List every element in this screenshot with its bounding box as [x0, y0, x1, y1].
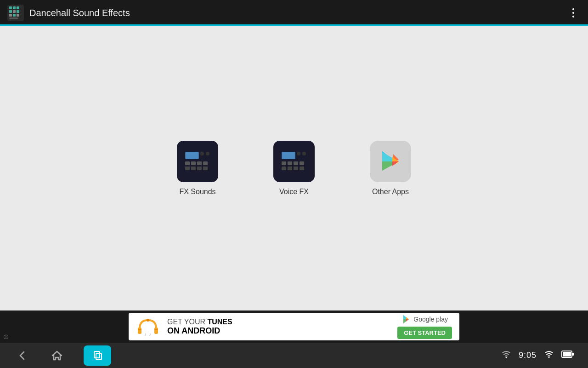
other-apps-item[interactable]: Other Apps: [370, 141, 411, 196]
back-button[interactable]: [14, 347, 30, 364]
headphones-icon: ♪ ♪: [136, 315, 160, 339]
nav-right: 9:05: [501, 349, 574, 362]
google-play-icon: [401, 315, 411, 324]
overflow-menu-button[interactable]: [566, 6, 581, 20]
svg-rect-4: [9, 10, 12, 13]
svg-rect-51: [154, 329, 158, 330]
svg-rect-9: [17, 14, 19, 17]
ad-google-play-section: Google play GET STARTED: [397, 315, 452, 339]
svg-rect-23: [203, 167, 208, 170]
svg-rect-26: [282, 152, 295, 159]
main-content: FX Sounds: [0, 26, 588, 310]
svg-point-60: [505, 357, 507, 358]
svg-rect-19: [203, 161, 208, 165]
ad-inner[interactable]: ♪ ♪ GET YOUR TUNES ON ANDROID Google pla…: [129, 313, 459, 340]
svg-rect-30: [288, 161, 292, 165]
svg-rect-3: [17, 6, 19, 9]
svg-rect-1: [9, 6, 12, 9]
svg-rect-5: [13, 10, 16, 13]
nav-left: [14, 345, 111, 366]
svg-rect-8: [13, 14, 16, 17]
voice-fx-label: Voice FX: [279, 188, 309, 196]
time-display: 9:05: [519, 351, 537, 360]
svg-rect-31: [294, 161, 298, 165]
svg-point-28: [302, 152, 306, 155]
fx-sounds-item[interactable]: FX Sounds: [177, 141, 218, 196]
svg-rect-64: [572, 353, 574, 356]
google-play-text: Google play: [413, 316, 448, 323]
gp-logo-area: Google play: [401, 315, 448, 324]
voice-fx-item[interactable]: Voice FX: [273, 141, 315, 196]
svg-rect-29: [282, 161, 286, 165]
svg-rect-20: [185, 167, 190, 170]
wifi-icon: [501, 349, 511, 362]
other-apps-icon: [370, 141, 411, 182]
other-apps-label: Other Apps: [372, 188, 409, 196]
battery-icon: [561, 349, 574, 362]
svg-rect-34: [288, 167, 292, 170]
svg-rect-59: [96, 353, 102, 360]
svg-rect-6: [17, 10, 19, 13]
svg-rect-22: [197, 167, 202, 170]
svg-rect-7: [9, 14, 12, 17]
ad-text-block: GET YOUR TUNES ON ANDROID: [167, 318, 390, 336]
svg-point-14: [200, 152, 204, 155]
svg-point-61: [548, 357, 550, 358]
svg-rect-17: [191, 161, 196, 165]
app-bar-accent: [0, 24, 588, 26]
svg-marker-56: [406, 317, 409, 319]
app-icon: [7, 5, 24, 21]
fx-sounds-label: FX Sounds: [179, 188, 215, 196]
svg-point-15: [206, 152, 209, 155]
svg-rect-35: [294, 167, 298, 170]
nav-bar: 9:05: [0, 343, 588, 368]
svg-rect-47: [138, 328, 141, 334]
ad-line2: ON ANDROID: [167, 326, 220, 336]
get-started-button[interactable]: GET STARTED: [397, 327, 452, 339]
svg-point-49: [147, 319, 149, 322]
ad-line1: GET YOUR TUNES: [167, 318, 232, 326]
svg-rect-2: [13, 6, 16, 9]
svg-text:♪: ♪: [149, 332, 151, 337]
svg-rect-32: [300, 161, 304, 165]
app-title: Dancehall Sound Effects: [29, 8, 566, 18]
svg-rect-63: [563, 352, 571, 356]
signal-icon: [544, 349, 554, 362]
voice-fx-icon: [273, 141, 315, 182]
fx-sounds-icon: [177, 141, 218, 182]
svg-rect-18: [197, 161, 202, 165]
svg-rect-16: [185, 161, 190, 165]
svg-rect-33: [282, 167, 286, 170]
svg-rect-50: [138, 329, 141, 330]
svg-rect-21: [191, 167, 196, 170]
ad-banner: ⓘ ♪ ♪ GET YOUR TUNES ON ANDROID: [0, 310, 588, 343]
svg-rect-10: [9, 17, 18, 19]
app-grid: FX Sounds: [177, 141, 411, 196]
ad-tunes-bold: TUNES: [207, 318, 232, 326]
svg-marker-57: [406, 319, 409, 322]
recent-apps-button[interactable]: [84, 345, 111, 366]
app-bar: Dancehall Sound Effects: [0, 0, 588, 26]
svg-rect-58: [94, 351, 100, 358]
home-button[interactable]: [49, 347, 65, 364]
svg-rect-13: [186, 152, 198, 159]
svg-rect-48: [154, 328, 158, 334]
svg-point-27: [297, 152, 300, 155]
svg-text:♪: ♪: [144, 332, 147, 337]
svg-rect-36: [300, 167, 304, 170]
ad-info-icon: ⓘ: [4, 334, 8, 340]
